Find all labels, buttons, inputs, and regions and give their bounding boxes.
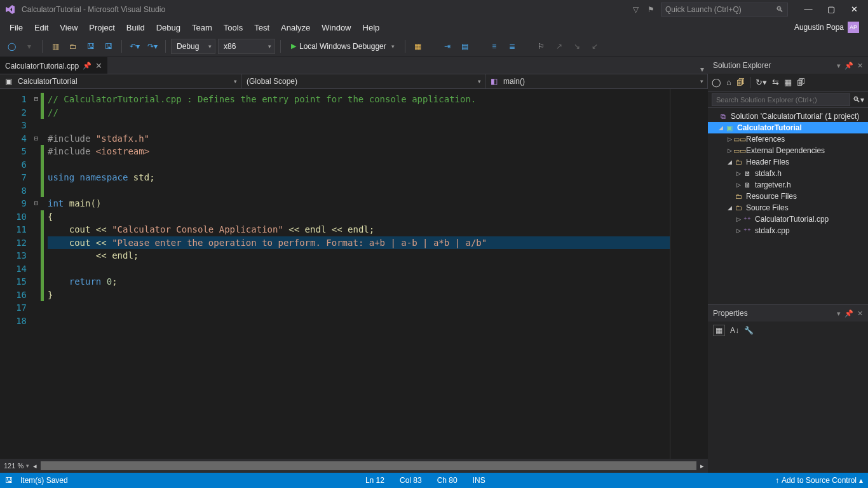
toolbar-icon-8[interactable]: ↙ [587, 39, 602, 54]
zoom-level[interactable]: 121 % [4, 462, 24, 470]
menu-help[interactable]: Help [357, 21, 386, 34]
se-back-icon[interactable]: ◯ [712, 78, 721, 87]
references-node[interactable]: ▷▭▭References [708, 133, 868, 145]
status-ch: Ch 80 [430, 476, 465, 485]
user-badge[interactable]: Augustin Popa AP [794, 22, 864, 33]
menu-analyze[interactable]: Analyze [275, 21, 316, 34]
menu-project[interactable]: Project [83, 21, 120, 34]
quick-launch-placeholder: Quick Launch (Ctrl+Q) [665, 5, 742, 14]
status-line: Ln 12 [358, 476, 392, 485]
notification-icon[interactable]: ▽ [633, 5, 639, 14]
menu-window[interactable]: Window [316, 21, 356, 34]
new-project-button[interactable]: ▥ [48, 39, 63, 54]
play-icon: ▶ [291, 42, 296, 50]
panel-menu-icon[interactable]: ▾ [837, 309, 841, 318]
se-search-input[interactable] [712, 93, 850, 106]
se-showall-icon[interactable]: ▦ [784, 78, 792, 87]
search-icon: 🔍︎ [776, 5, 783, 14]
platform-select[interactable]: x86 [218, 39, 275, 54]
editor-footer: 121 % ▾ ◂ ▸ [0, 459, 708, 473]
scroll-right-icon[interactable]: ▸ [700, 462, 704, 470]
toolbar-icon-2[interactable]: ⇥ [440, 39, 455, 54]
alphabetical-icon[interactable]: A↓ [730, 326, 739, 335]
toolbar-icon-7[interactable]: ↘ [569, 39, 585, 54]
file-stdafx-cpp[interactable]: ▷⁺⁺stdafx.cpp [708, 225, 868, 236]
external-deps-node[interactable]: ▷▭▭External Dependencies [708, 145, 868, 156]
method-icon: ◧ [491, 77, 499, 86]
menu-tools[interactable]: Tools [218, 21, 248, 34]
panel-close-icon[interactable]: ✕ [857, 62, 863, 70]
maximize-button[interactable]: ▢ [822, 4, 840, 14]
categorized-icon[interactable]: ▦ [713, 325, 725, 336]
nav-back-button[interactable]: ◯ [4, 39, 19, 54]
toolbar-icon-3[interactable]: ▤ [458, 39, 473, 54]
horizontal-scrollbar[interactable] [41, 461, 696, 470]
quick-launch-input[interactable]: Quick Launch (Ctrl+Q) 🔍︎ [661, 3, 788, 17]
tab-close-icon[interactable]: ✕ [95, 61, 102, 71]
status-col: Col 83 [392, 476, 430, 485]
menu-debug[interactable]: Debug [151, 21, 186, 34]
nav-scope-select[interactable]: (Global Scope) [241, 74, 485, 89]
source-files-node[interactable]: ◢🗀Source Files [708, 202, 868, 214]
solution-explorer-header[interactable]: Solution Explorer ▾ 📌 ✕ [708, 57, 868, 74]
feedback-icon[interactable]: ⚑ [648, 5, 654, 14]
nav-member-select[interactable]: ◧ main() [485, 74, 708, 89]
start-debugger-button[interactable]: ▶ Local Windows Debugger ▾ [286, 39, 400, 54]
properties-header[interactable]: Properties ▾ 📌 ✕ [708, 305, 868, 322]
bookmark-icon[interactable]: ⚐ [534, 39, 549, 54]
search-icon[interactable]: 🔍︎▾ [853, 95, 864, 104]
se-refresh-icon[interactable]: ↻▾ [756, 78, 767, 87]
menubar: FileEditViewProjectBuildDebugTeamToolsTe… [0, 19, 868, 36]
panel-close-icon[interactable]: ✕ [857, 309, 863, 318]
toolbar-icon-6[interactable]: ↗ [552, 39, 567, 54]
window-title: CalculatorTutorial - Microsoft Visual St… [22, 5, 165, 14]
file-stdafx-h[interactable]: ▷🗎stdafx.h [708, 168, 868, 179]
code-editor[interactable]: 123456789101112131415161718 ⊟⊟⊟ // Calcu… [0, 89, 708, 459]
project-node[interactable]: ◢▣CalculatorTutorial [708, 122, 868, 133]
file-calculatortutorial-cpp[interactable]: ▷⁺⁺CalculatorTutorial.cpp [708, 214, 868, 225]
statusbar: 🖫 Item(s) Saved Ln 12 Col 83 Ch 80 INS ↑… [0, 473, 868, 488]
solution-explorer-search[interactable]: 🔍︎▾ [708, 92, 868, 108]
solution-tree[interactable]: ⧉Solution 'CalculatorTutorial' (1 projec… [708, 108, 868, 304]
undo-button[interactable]: ↶▾ [127, 39, 142, 54]
wrench-icon[interactable]: 🔧 [744, 326, 754, 335]
menu-build[interactable]: Build [121, 21, 151, 34]
close-button[interactable]: ✕ [845, 4, 863, 14]
save-button[interactable]: 🖫 [83, 39, 98, 54]
se-home-icon[interactable]: ⌂ [726, 78, 731, 87]
header-files-node[interactable]: ◢🗀Header Files [708, 156, 868, 168]
pin-icon[interactable]: 📌 [83, 62, 92, 70]
se-properties-icon[interactable]: 🗐 [797, 78, 805, 87]
menu-edit[interactable]: Edit [29, 21, 54, 34]
menu-view[interactable]: View [54, 21, 83, 34]
menu-file[interactable]: File [4, 21, 29, 34]
panel-menu-icon[interactable]: ▾ [837, 62, 841, 70]
save-all-button[interactable]: 🖫 [101, 39, 116, 54]
menu-test[interactable]: Test [248, 21, 275, 34]
configuration-select[interactable]: Debug [171, 39, 215, 54]
panel-pin-icon[interactable]: 📌 [844, 62, 853, 70]
scroll-left-icon[interactable]: ◂ [33, 462, 37, 470]
file-tab[interactable]: CalculatorTutorial.cpp 📌 ✕ [0, 57, 107, 74]
publish-icon: ↑ [775, 476, 779, 485]
open-file-button[interactable]: 🗀 [65, 39, 81, 54]
tabstrip-overflow-icon[interactable]: ▾ [700, 65, 704, 74]
properties-toolbar: ▦ A↓ 🔧 [708, 322, 868, 339]
resource-files-node[interactable]: 🗀Resource Files [708, 191, 868, 202]
minimap[interactable] [670, 89, 708, 459]
se-collapse-icon[interactable]: ⇆ [772, 78, 779, 87]
nav-fwd-button[interactable]: ▾ [22, 39, 37, 54]
toolbar-icon-1[interactable]: ▦ [410, 39, 426, 54]
menu-team[interactable]: Team [186, 21, 218, 34]
nav-project-select[interactable]: ▣ CalculatorTutorial [0, 74, 241, 89]
se-sync-icon[interactable]: 🗐 [736, 78, 745, 87]
minimize-button[interactable]: ― [799, 4, 817, 14]
file-targetver-h[interactable]: ▷🗎targetver.h [708, 179, 868, 191]
toolbar-icon-5[interactable]: ≣ [505, 39, 520, 54]
panel-pin-icon[interactable]: 📌 [844, 309, 853, 318]
solution-node[interactable]: ⧉Solution 'CalculatorTutorial' (1 projec… [708, 111, 868, 122]
source-control-button[interactable]: ↑ Add to Source Control ▴ [775, 476, 863, 485]
redo-button[interactable]: ↷▾ [145, 39, 160, 54]
document-tabstrip: CalculatorTutorial.cpp 📌 ✕ ▾ [0, 57, 708, 74]
toolbar-icon-4[interactable]: ≡ [487, 39, 502, 54]
